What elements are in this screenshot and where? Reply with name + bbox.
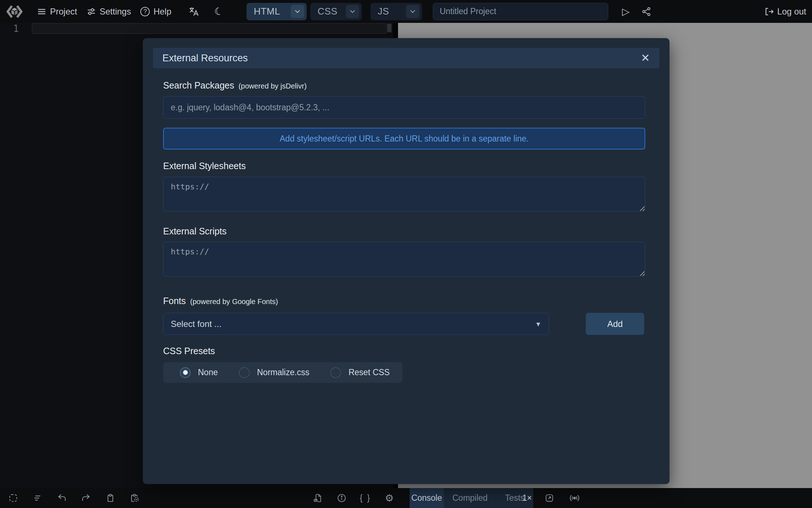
url-info-text: Add stylesheet/script URLs. Each URL sho… [280, 134, 529, 144]
tab-html[interactable]: HTML [246, 3, 307, 20]
fonts-label: Fonts (powered by Google Fonts) [163, 296, 278, 306]
radio-selected-icon[interactable] [180, 367, 191, 378]
share-button[interactable] [641, 7, 651, 17]
search-packages-label-text: Search Packages [163, 80, 234, 91]
external-scripts-textarea[interactable] [163, 242, 645, 276]
app-logo-icon[interactable] [6, 3, 23, 20]
tool-tabs: Console Compiled Tests [410, 488, 533, 508]
settings-menu-label: Settings [100, 7, 131, 17]
redo-icon[interactable] [79, 492, 92, 505]
custom-settings-icon[interactable]: { } [359, 492, 372, 505]
radio-unselected-icon[interactable] [330, 367, 341, 378]
run-button[interactable]: ▷ [622, 6, 630, 17]
info-icon[interactable] [335, 492, 348, 505]
app-window: Project Settings ? Help ☾ HTM [0, 0, 812, 508]
result-zoom-button[interactable]: 1× [518, 488, 536, 508]
sliders-icon [87, 7, 96, 16]
fonts-label-text: Fonts [163, 296, 186, 306]
preset-normalize-label: Normalize.css [257, 368, 309, 377]
editor-line-number: 1 [9, 24, 23, 34]
copy-snippet-icon[interactable] [128, 492, 141, 505]
add-font-button[interactable]: Add [586, 313, 644, 335]
modal-title: External Resources [162, 53, 248, 64]
external-resources-modal: External Resources ✕ Search Packages (po… [143, 38, 670, 484]
translate-icon[interactable] [188, 6, 199, 17]
chevron-down-icon[interactable] [291, 5, 304, 18]
external-stylesheets-textarea[interactable] [163, 177, 645, 212]
search-packages-label: Search Packages (powered by jsDelivr) [163, 80, 307, 91]
broadcast-icon[interactable] [569, 488, 580, 508]
external-stylesheets-label: External Stylesheets [163, 161, 246, 171]
preset-option-none[interactable]: None [180, 367, 218, 378]
modal-header: External Resources ✕ [153, 48, 659, 68]
format-code-icon[interactable] [31, 492, 44, 505]
tab-js-label: JS [378, 6, 389, 17]
tab-css[interactable]: CSS [310, 3, 362, 20]
top-toolbar: Project Settings ? Help ☾ HTM [0, 0, 812, 23]
project-title-input[interactable] [433, 3, 608, 20]
external-scripts-label-text: External Scripts [163, 226, 227, 237]
undo-icon[interactable] [55, 492, 68, 505]
external-resources-icon[interactable] [311, 492, 324, 505]
tab-html-label: HTML [254, 6, 280, 17]
tab-console[interactable]: Console [410, 488, 444, 508]
copy-code-icon[interactable] [104, 492, 117, 505]
search-packages-hint: (powered by jsDelivr) [239, 82, 307, 90]
radio-unselected-icon[interactable] [239, 367, 250, 378]
project-menu-label: Project [50, 7, 77, 17]
chevron-down-icon[interactable] [346, 5, 359, 18]
tab-js[interactable]: JS [370, 3, 422, 20]
logout-button[interactable]: Log out [765, 7, 806, 17]
editor-current-line[interactable] [32, 23, 386, 34]
editor-scrollbar[interactable] [387, 24, 392, 32]
fonts-hint: (powered by Google Fonts) [190, 298, 278, 306]
close-icon[interactable]: ✕ [641, 53, 650, 64]
preset-option-reset[interactable]: Reset CSS [330, 367, 390, 378]
search-packages-input[interactable] [163, 96, 645, 119]
logout-label: Log out [777, 7, 806, 17]
status-bar: { } ⚙︎ Console Compiled Tests 1× [0, 488, 812, 508]
tab-css-label: CSS [318, 6, 337, 17]
gear-icon[interactable]: ⚙︎ [383, 492, 396, 505]
select-all-icon[interactable] [7, 492, 20, 505]
external-scripts-label: External Scripts [163, 226, 227, 237]
tab-compiled-label: Compiled [452, 493, 488, 503]
moon-icon: ☾ [213, 5, 224, 17]
settings-menu[interactable]: Settings [87, 7, 131, 17]
preset-reset-label: Reset CSS [348, 368, 390, 377]
css-presets-label-text: CSS Presets [163, 346, 215, 356]
project-menu[interactable]: Project [37, 7, 77, 17]
css-presets-group: None Normalize.css Reset CSS [163, 362, 402, 383]
tab-console-label: Console [411, 493, 442, 503]
preset-none-label: None [198, 368, 218, 377]
app-tools: { } ⚙︎ [311, 488, 396, 508]
chevron-down-icon[interactable] [406, 5, 419, 18]
external-stylesheets-label-text: External Stylesheets [163, 161, 246, 171]
tab-compiled[interactable]: Compiled [444, 488, 496, 508]
font-select-value: Select font ... [171, 319, 221, 329]
open-in-new-window-icon[interactable] [544, 488, 554, 508]
editor-tools [7, 488, 141, 508]
help-menu-label: Help [153, 7, 171, 17]
url-info-banner: Add stylesheet/script URLs. Each URL sho… [163, 128, 645, 149]
help-menu[interactable]: ? Help [140, 7, 171, 17]
preset-option-normalize[interactable]: Normalize.css [239, 367, 309, 378]
select-arrow-icon: ▾ [536, 320, 540, 328]
font-select[interactable]: Select font ... ▾ [163, 313, 549, 335]
dark-mode-toggle[interactable]: ☾ [214, 7, 223, 17]
hamburger-icon [37, 7, 46, 16]
css-presets-label: CSS Presets [163, 346, 215, 356]
share-icon [641, 7, 651, 17]
logout-icon [765, 7, 774, 16]
help-icon: ? [140, 7, 150, 16]
